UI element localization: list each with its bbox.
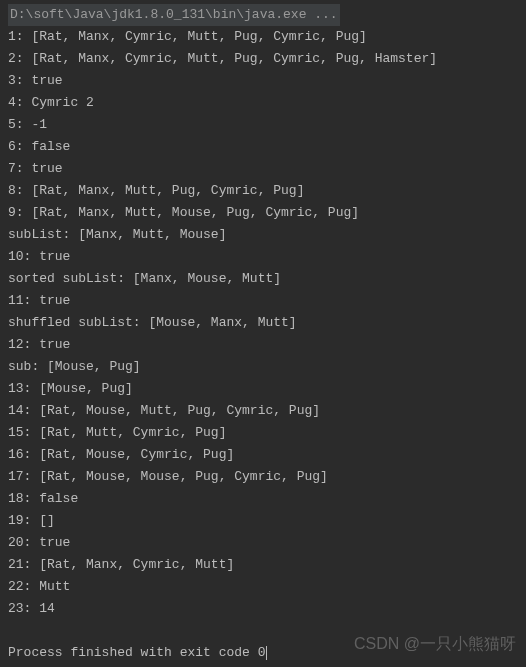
output-line: 18: false xyxy=(8,488,518,510)
output-line: 15: [Rat, Mutt, Cymric, Pug] xyxy=(8,422,518,444)
output-line: 22: Mutt xyxy=(8,576,518,598)
output-line: 9: [Rat, Manx, Mutt, Mouse, Pug, Cymric,… xyxy=(8,202,518,224)
console-output[interactable]: D:\soft\Java\jdk1.8.0_131\bin\java.exe .… xyxy=(8,4,518,664)
output-line: 14: [Rat, Mouse, Mutt, Pug, Cymric, Pug] xyxy=(8,400,518,422)
output-line: sorted subList: [Manx, Mouse, Mutt] xyxy=(8,268,518,290)
watermark: CSDN @一只小熊猫呀 xyxy=(354,633,516,655)
output-line: 20: true xyxy=(8,532,518,554)
output-line: 21: [Rat, Manx, Cymric, Mutt] xyxy=(8,554,518,576)
output-line: 7: true xyxy=(8,158,518,180)
output-line: subList: [Manx, Mutt, Mouse] xyxy=(8,224,518,246)
output-line: 17: [Rat, Mouse, Mouse, Pug, Cymric, Pug… xyxy=(8,466,518,488)
output-line: 6: false xyxy=(8,136,518,158)
output-line: 19: [] xyxy=(8,510,518,532)
output-line: 4: Cymric 2 xyxy=(8,92,518,114)
output-line: 11: true xyxy=(8,290,518,312)
command-line: D:\soft\Java\jdk1.8.0_131\bin\java.exe .… xyxy=(8,4,340,26)
output-line: 5: -1 xyxy=(8,114,518,136)
output-line: 23: 14 xyxy=(8,598,518,620)
output-line: 13: [Mouse, Pug] xyxy=(8,378,518,400)
output-line: 1: [Rat, Manx, Cymric, Mutt, Pug, Cymric… xyxy=(8,26,518,48)
output-line: 8: [Rat, Manx, Mutt, Pug, Cymric, Pug] xyxy=(8,180,518,202)
cursor-icon xyxy=(266,646,267,660)
output-line: 2: [Rat, Manx, Cymric, Mutt, Pug, Cymric… xyxy=(8,48,518,70)
output-line: 12: true xyxy=(8,334,518,356)
output-line: shuffled subList: [Mouse, Manx, Mutt] xyxy=(8,312,518,334)
output-line: 3: true xyxy=(8,70,518,92)
output-line: sub: [Mouse, Pug] xyxy=(8,356,518,378)
output-line: 16: [Rat, Mouse, Cymric, Pug] xyxy=(8,444,518,466)
output-line: 10: true xyxy=(8,246,518,268)
